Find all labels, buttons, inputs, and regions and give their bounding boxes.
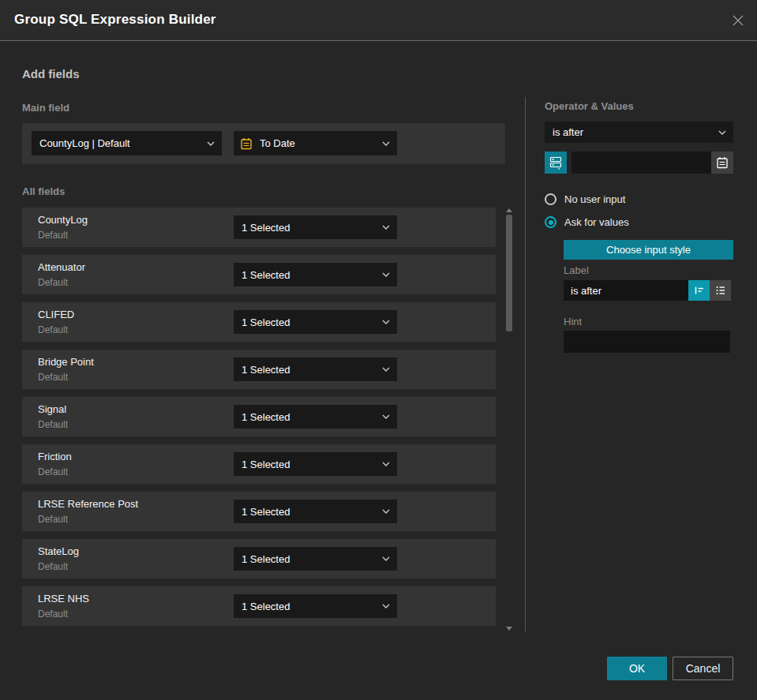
field-selected-dropdown[interactable]: 1 Selected xyxy=(234,357,397,381)
field-name: Bridge Point xyxy=(38,356,94,368)
field-subtitle: Default xyxy=(38,561,68,572)
cancel-button[interactable]: Cancel xyxy=(673,657,733,680)
field-selected-dropdown[interactable]: 1 Selected xyxy=(234,310,397,334)
label-input[interactable]: is after xyxy=(564,280,688,301)
stacked-rows-icon xyxy=(548,155,564,170)
add-fields-heading: Add fields xyxy=(22,67,80,80)
field-subtitle: Default xyxy=(38,608,68,620)
field-name: Attenuator xyxy=(38,261,85,273)
ok-button[interactable]: OK xyxy=(607,657,667,680)
hint-input[interactable] xyxy=(564,331,730,353)
close-icon[interactable] xyxy=(729,12,747,29)
hint-caption: Hint xyxy=(564,316,582,328)
chevron-down-icon xyxy=(207,141,215,146)
field-name: Signal xyxy=(38,403,66,415)
label-caption: Label xyxy=(564,264,589,276)
chevron-down-icon xyxy=(382,556,390,561)
operator-dropdown[interactable]: is after xyxy=(545,122,733,143)
main-field-panel: CountyLog | Default To Date xyxy=(22,123,505,164)
dialog-title: Group SQL Expression Builder xyxy=(14,12,216,28)
field-name: LRSE NHS xyxy=(38,593,89,605)
vertical-divider xyxy=(525,97,526,631)
chevron-down-icon xyxy=(382,462,390,466)
chevron-down-icon xyxy=(382,141,390,146)
radio-no-user-input[interactable]: No user input xyxy=(545,193,625,205)
chevron-down-icon xyxy=(382,414,390,419)
chevron-down-icon xyxy=(382,604,390,608)
chevron-down-icon xyxy=(382,320,390,324)
radio-circle[interactable] xyxy=(545,193,557,205)
list-style-button[interactable] xyxy=(710,280,731,301)
align-left-icon xyxy=(693,284,706,297)
calendar-icon xyxy=(240,137,253,150)
field-name: Friction xyxy=(38,451,72,462)
field-name: CountyLog xyxy=(38,214,88,226)
field-row: SignalDefault1 Selected xyxy=(22,397,496,436)
scrollbar-up-arrow[interactable] xyxy=(506,208,512,212)
radio-circle-checked[interactable] xyxy=(545,216,557,228)
chevron-down-icon xyxy=(382,272,390,277)
field-row: AttenuatorDefault1 Selected xyxy=(22,255,496,294)
chevron-down-icon xyxy=(382,225,390,230)
field-subtitle: Default xyxy=(38,466,68,477)
value-input[interactable] xyxy=(571,152,711,174)
field-subtitle: Default xyxy=(38,372,68,383)
main-field-dropdown[interactable]: CountyLog | Default xyxy=(32,131,222,155)
main-field-heading: Main field xyxy=(22,102,69,114)
date-mode-dropdown[interactable]: To Date xyxy=(234,131,397,155)
operator-values-heading: Operator & Values xyxy=(545,100,634,112)
field-row: LRSE Reference PostDefault1 Selected xyxy=(22,492,496,531)
field-selected-dropdown[interactable]: 1 Selected xyxy=(234,263,397,286)
scrollbar[interactable] xyxy=(506,208,513,631)
field-row: CLIFEDDefault1 Selected xyxy=(22,302,496,342)
field-row: Bridge PointDefault1 Selected xyxy=(22,350,496,389)
choose-input-style-button[interactable]: Choose input style xyxy=(564,240,733,260)
chevron-down-icon xyxy=(382,367,390,372)
field-name: LRSE Reference Post xyxy=(38,498,138,510)
field-subtitle: Default xyxy=(38,230,68,241)
field-selected-dropdown[interactable]: 1 Selected xyxy=(234,594,397,618)
field-subtitle: Default xyxy=(38,277,68,288)
dialog-header: Group SQL Expression Builder xyxy=(0,0,757,41)
field-subtitle: Default xyxy=(38,514,68,525)
field-subtitle: Default xyxy=(38,324,68,335)
scrollbar-thumb[interactable] xyxy=(506,215,512,331)
radio-ask-for-values[interactable]: Ask for values xyxy=(545,216,629,228)
field-row: CountyLogDefault1 Selected xyxy=(22,208,496,247)
field-selected-dropdown[interactable]: 1 Selected xyxy=(234,452,397,476)
chevron-down-icon xyxy=(382,509,390,514)
list-icon xyxy=(714,284,727,297)
field-selected-dropdown[interactable]: 1 Selected xyxy=(234,215,397,239)
chevron-down-icon xyxy=(718,130,726,135)
field-selected-dropdown[interactable]: 1 Selected xyxy=(234,500,397,523)
field-subtitle: Default xyxy=(38,419,68,430)
date-picker-button[interactable] xyxy=(711,152,733,174)
field-name: CLIFED xyxy=(38,309,74,320)
field-row: LRSE NHSDefault1 Selected xyxy=(22,586,496,626)
field-selected-dropdown[interactable]: 1 Selected xyxy=(234,405,397,429)
field-row: StateLogDefault1 Selected xyxy=(22,539,496,578)
field-row: FrictionDefault1 Selected xyxy=(22,444,496,484)
field-name: StateLog xyxy=(38,545,79,557)
field-selected-dropdown[interactable]: 1 Selected xyxy=(234,547,397,571)
calendar-icon xyxy=(716,156,729,169)
scrollbar-down-arrow[interactable] xyxy=(506,627,512,631)
single-line-style-button[interactable] xyxy=(688,280,710,301)
value-type-button[interactable] xyxy=(545,152,567,174)
all-fields-heading: All fields xyxy=(22,185,65,197)
